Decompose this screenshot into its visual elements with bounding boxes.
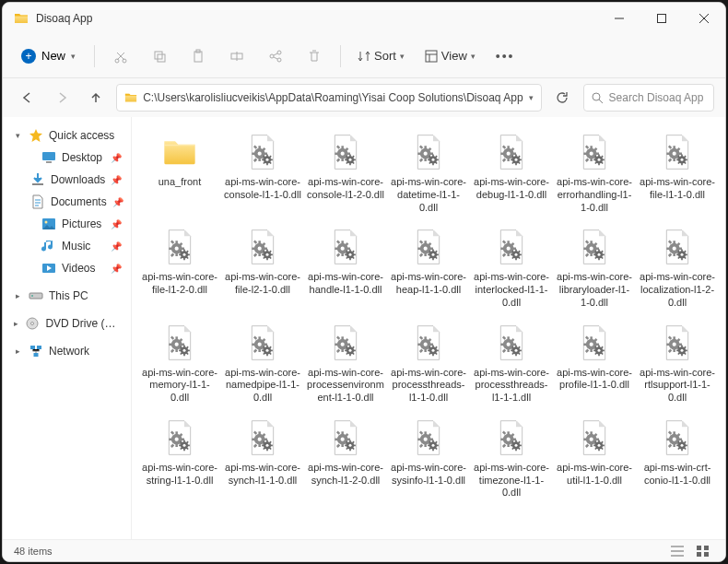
sidebar-item-this-pc[interactable]: ▸ This PC <box>8 285 125 307</box>
file-item[interactable]: api-ms-win-core-datetime-l1-1-0.dll <box>388 126 469 217</box>
details-view-button[interactable] <box>666 542 688 560</box>
view-button[interactable]: View ▾ <box>417 45 483 66</box>
dll-file-icon <box>244 226 281 268</box>
file-item[interactable]: api-ms-win-core-util-l1-1-0.dll <box>554 412 635 503</box>
sidebar-item-label: Videos <box>62 262 95 275</box>
sidebar-item-dvd[interactable]: ▸ DVD Drive (D:) CCCC <box>8 312 125 335</box>
file-item[interactable]: api-ms-win-core-synch-l1-1-0.dll <box>222 412 303 503</box>
file-item[interactable]: api-ms-win-crt-conio-l1-1-0.dll <box>637 412 718 503</box>
file-item[interactable]: api-ms-win-core-string-l1-1-0.dll <box>139 412 220 503</box>
file-item[interactable]: api-ms-win-core-errorhandling-l1-1-0.dll <box>554 126 635 217</box>
file-item[interactable]: api-ms-win-core-file-l1-1-0.dll <box>637 126 718 217</box>
file-item[interactable]: api-ms-win-core-console-l1-1-0.dll <box>222 126 303 217</box>
file-name: api-ms-win-core-console-l1-1-0.dll <box>224 176 301 202</box>
dll-file-icon <box>161 322 198 364</box>
quick-access-label: Quick access <box>49 129 114 142</box>
file-name: api-ms-win-core-util-l1-1-0.dll <box>556 462 633 488</box>
sidebar-item-pictures[interactable]: Pictures📌 <box>21 213 125 235</box>
file-item[interactable]: api-ms-win-core-processthreads-l1-1-0.dl… <box>388 317 469 408</box>
cut-button[interactable] <box>104 41 137 71</box>
download-icon <box>30 172 45 187</box>
sidebar-item-videos[interactable]: Videos📌 <box>21 257 125 279</box>
sort-button[interactable]: Sort ▾ <box>350 45 412 66</box>
svg-rect-31 <box>704 546 709 550</box>
chevron-down-icon[interactable]: ▾ <box>529 93 534 102</box>
file-item[interactable]: api-ms-win-core-synch-l1-2-0.dll <box>305 412 386 503</box>
close-button[interactable] <box>683 3 725 34</box>
search-box[interactable]: Search Disoaq App <box>583 84 714 112</box>
file-item[interactable]: api-ms-win-core-heap-l1-1-0.dll <box>388 221 469 312</box>
sidebar-item-documents[interactable]: Documents📌 <box>21 191 125 213</box>
maximize-button[interactable] <box>640 3 683 34</box>
dll-file-icon <box>410 417 447 459</box>
file-item[interactable]: api-ms-win-core-console-l1-2-0.dll <box>305 126 386 217</box>
file-item[interactable]: api-ms-win-core-handle-l1-1-0.dll <box>305 221 386 312</box>
file-name: api-ms-win-core-processenvironment-l1-1-… <box>307 367 384 405</box>
file-name: api-ms-win-core-localization-l1-2-0.dll <box>639 271 716 309</box>
file-item[interactable]: api-ms-win-core-file-l1-2-0.dll <box>139 221 220 312</box>
dll-file-icon <box>659 131 696 173</box>
music-icon <box>41 239 56 253</box>
file-item[interactable]: api-ms-win-core-localization-l1-2-0.dll <box>637 221 718 312</box>
back-button[interactable] <box>14 83 41 112</box>
file-item[interactable]: api-ms-win-core-rtlsupport-l1-1-0.dll <box>637 317 718 408</box>
navigation-pane[interactable]: ▾ Quick access Desktop📌Downloads📌Documen… <box>3 117 132 539</box>
file-name: api-ms-win-core-rtlsupport-l1-1-0.dll <box>639 367 716 405</box>
file-item[interactable]: api-ms-win-core-memory-l1-1-0.dll <box>139 317 220 408</box>
paste-button[interactable] <box>182 41 215 71</box>
file-item[interactable]: api-ms-win-core-processenvironment-l1-1-… <box>305 317 386 408</box>
chevron-right-icon[interactable]: ▸ <box>12 291 23 300</box>
file-name: api-ms-win-core-interlocked-l1-1-0.dll <box>473 271 550 309</box>
svg-rect-28 <box>426 51 437 62</box>
delete-button[interactable] <box>298 41 331 71</box>
up-button[interactable] <box>82 83 109 112</box>
file-item[interactable]: api-ms-win-core-timezone-l1-1-0.dll <box>471 412 552 503</box>
dll-file-icon <box>327 131 364 173</box>
file-name: api-ms-win-core-synch-l1-2-0.dll <box>307 462 384 488</box>
sidebar-item-quick-access[interactable]: ▾ Quick access <box>8 124 125 147</box>
copy-button[interactable] <box>143 41 176 71</box>
file-item[interactable]: api-ms-win-core-debug-l1-1-0.dll <box>471 126 552 217</box>
file-item[interactable]: api-ms-win-core-interlocked-l1-1-0.dll <box>471 221 552 312</box>
new-button[interactable]: + New ▾ <box>12 45 85 67</box>
file-item[interactable]: api-ms-win-core-processthreads-l1-1-1.dl… <box>471 317 552 408</box>
dll-file-icon <box>493 131 530 173</box>
file-item[interactable]: api-ms-win-core-file-l2-1-0.dll <box>222 221 303 312</box>
plus-icon: + <box>21 49 36 64</box>
file-name: api-ms-win-core-libraryloader-l1-1-0.dll <box>556 271 633 309</box>
rename-button[interactable] <box>220 41 253 71</box>
file-name: api-ms-win-crt-conio-l1-1-0.dll <box>639 462 716 488</box>
minimize-button[interactable] <box>598 3 640 34</box>
sidebar-item-desktop[interactable]: Desktop📌 <box>21 147 125 169</box>
file-item[interactable]: api-ms-win-core-namedpipe-l1-1-0.dll <box>222 317 303 408</box>
chevron-down-icon: ▾ <box>400 52 405 61</box>
sidebar-item-downloads[interactable]: Downloads📌 <box>21 169 125 191</box>
dll-file-icon <box>410 322 447 364</box>
share-button[interactable] <box>259 41 292 71</box>
dll-file-icon <box>244 131 281 173</box>
svg-rect-30 <box>697 546 701 550</box>
sidebar-item-music[interactable]: Music📌 <box>21 235 125 257</box>
file-item[interactable]: api-ms-win-core-profile-l1-1-0.dll <box>554 317 635 408</box>
chevron-right-icon[interactable]: ▸ <box>12 347 23 356</box>
file-item[interactable]: api-ms-win-core-sysinfo-l1-1-0.dll <box>388 412 469 503</box>
icons-view-button[interactable] <box>692 542 714 560</box>
chevron-right-icon[interactable]: ▸ <box>12 319 19 328</box>
file-name: api-ms-win-core-console-l1-2-0.dll <box>307 176 384 202</box>
refresh-button[interactable] <box>549 84 576 112</box>
file-list[interactable]: una_frontapi-ms-win-core-console-l1-1-0.… <box>132 117 725 539</box>
file-item[interactable]: una_front <box>139 126 220 217</box>
sidebar-item-network[interactable]: ▸ Network <box>8 340 125 362</box>
item-count: 48 items <box>14 546 53 557</box>
address-bar[interactable]: C:\Users\karolisliucveikis\AppData\Roami… <box>116 84 541 112</box>
svg-rect-20 <box>155 52 162 59</box>
chevron-down-icon[interactable]: ▾ <box>12 131 23 140</box>
content-area: ▾ Quick access Desktop📌Downloads📌Documen… <box>3 117 725 539</box>
more-button[interactable]: ••• <box>488 49 523 64</box>
titlebar[interactable]: Disoaq App <box>3 3 725 34</box>
file-name: api-ms-win-core-handle-l1-1-0.dll <box>307 271 384 297</box>
folder-icon <box>124 91 137 104</box>
chevron-down-icon: ▾ <box>471 52 476 61</box>
file-item[interactable]: api-ms-win-core-libraryloader-l1-1-0.dll <box>554 221 635 312</box>
forward-button[interactable] <box>48 83 75 112</box>
